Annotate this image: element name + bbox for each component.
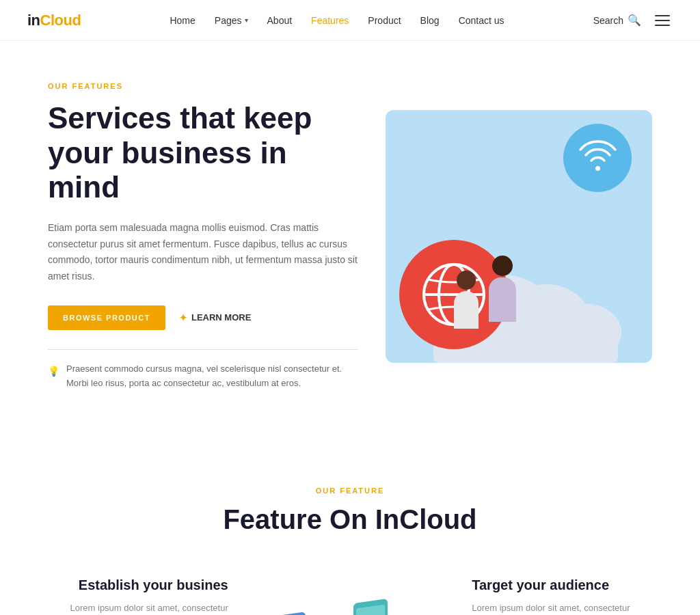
search-icon: 🔍 [628, 14, 641, 27]
features-section: OUR FEATURE Feature On InCloud Establish… [0, 432, 700, 615]
hamburger-line-3 [655, 25, 670, 26]
feature-left-desc: Lorem ipsum dolor sit amet, consectetur … [48, 601, 228, 615]
nav-pages[interactable]: Pages ▾ [215, 15, 248, 26]
center-illustration [242, 576, 459, 615]
logo-in: in [27, 12, 40, 29]
wifi-icon-circle [563, 124, 632, 192]
search-button[interactable]: Search 🔍 [593, 14, 641, 27]
hero-divider [48, 349, 358, 350]
nav-features[interactable]: Features [311, 14, 349, 27]
features-eyebrow: OUR FEATURE [48, 487, 652, 495]
bulb-icon: 💡 [48, 364, 59, 379]
hamburger-line-1 [655, 15, 670, 16]
hero-section: OUR FEATURES Services that keep your bus… [0, 41, 700, 432]
hero-illustration [386, 110, 652, 363]
person-1 [454, 271, 479, 329]
hero-footnote: 💡 Praesent commodo cursus magna, vel sce… [48, 362, 358, 391]
hero-content: OUR FEATURES Services that keep your bus… [48, 82, 358, 391]
hamburger-line-2 [655, 20, 670, 21]
person-body-1 [454, 291, 479, 329]
feature-right-title: Target your audience [472, 576, 652, 594]
chevron-down-icon: ▾ [245, 16, 248, 24]
person-head-2 [492, 256, 513, 276]
nav-links: Home Pages ▾ About Features Product Blog… [170, 14, 504, 27]
logo[interactable]: inCloud [27, 12, 81, 29]
nav-contact[interactable]: Contact us [459, 14, 504, 27]
people-illustration [454, 256, 516, 329]
search-label: Search [593, 15, 623, 26]
features-title: Feature On InCloud [48, 504, 652, 535]
hero-buttons: BROWSE PRODUCT ✦ LEARN MORE [48, 305, 358, 330]
footnote-text: Praesent commodo cursus magna, vel scele… [66, 362, 358, 391]
features-row: Establish your busines Lorem ipsum dolor… [48, 576, 652, 615]
nav-product[interactable]: Product [368, 14, 401, 27]
nav-blog[interactable]: Blog [420, 14, 440, 27]
feature-right-desc: Lorem ipsum dolor sit amet, consectetur … [472, 601, 652, 615]
hero-image [386, 110, 652, 363]
devices-svg [254, 590, 446, 615]
person-2 [489, 256, 516, 322]
nav-about[interactable]: About [267, 14, 293, 27]
browse-product-button[interactable]: BROWSE PRODUCT [48, 305, 165, 330]
star-icon: ✦ [179, 312, 187, 323]
person-head-1 [457, 271, 476, 290]
hero-description: Etiam porta sem malesuada magna mollis e… [48, 220, 358, 285]
learn-more-button[interactable]: ✦ LEARN MORE [179, 312, 251, 323]
person-body-2 [489, 277, 516, 322]
hero-title: Services that keep your business in mind [48, 101, 358, 205]
nav-home[interactable]: Home [170, 14, 195, 27]
feature-card-right: Target your audience Lorem ipsum dolor s… [472, 576, 652, 615]
wifi-icon [579, 140, 617, 176]
logo-cloud: Cloud [40, 12, 81, 29]
hero-eyebrow: OUR FEATURES [48, 82, 358, 90]
svg-rect-10 [268, 612, 306, 615]
feature-card-left: Establish your busines Lorem ipsum dolor… [48, 576, 228, 615]
navbar: inCloud Home Pages ▾ About Features Prod… [0, 0, 700, 41]
feature-left-title: Establish your busines [48, 576, 228, 594]
hamburger-menu[interactable] [652, 12, 673, 29]
